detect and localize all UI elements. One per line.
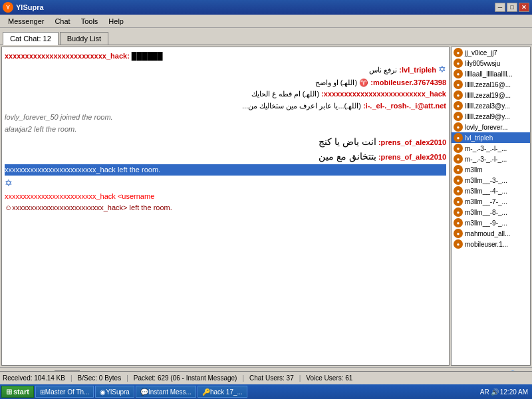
list-item: i-._el-._rosh-._i@att.net: (اللهـ)...يا … <box>5 100 446 112</box>
buddy-name: m3llm__-9-_... <box>465 219 507 227</box>
window-controls: ─ □ ✕ <box>495 3 529 12</box>
avatar: ● <box>454 112 463 121</box>
avatar: ● <box>454 101 463 110</box>
avatar: ● <box>454 186 463 196</box>
buddy-item[interactable]: ● m-_.-3-_.-l-_... <box>452 143 530 154</box>
avatar: ● <box>454 165 463 174</box>
buddy-item[interactable]: ● llllll.zezal9@y... <box>452 111 530 122</box>
avatar: ● <box>454 144 463 153</box>
list-item: xxxxxxxxxxxxxxxxxxxxxxxxx_hack <username <box>5 191 446 202</box>
list-item: lovly_forever_50 joined the room. <box>5 112 446 123</box>
menu-chat[interactable]: Chat <box>49 16 75 27</box>
taskbar-icon: ⊞ <box>40 388 45 396</box>
buddy-item[interactable]: ● lily805vwsju <box>452 58 530 68</box>
avatar: ● <box>454 133 463 142</box>
packet-display: Packet: 629 (06 - Instant Message) <box>134 374 237 382</box>
buddy-item[interactable]: ● m3llm <box>452 164 530 175</box>
avatar: ● <box>454 59 463 68</box>
buddy-item[interactable]: ● jj_v0ice_jj7 <box>452 47 530 58</box>
volume-icon: 🔊 <box>491 388 499 396</box>
taskbar-right: AR 🔊 12:20 AM <box>480 388 531 396</box>
menu-tools[interactable]: Tools <box>76 16 104 27</box>
avatar: ● <box>454 207 463 217</box>
avatar: ● <box>454 122 463 132</box>
buddy-name: mobileuser.1... <box>465 241 508 248</box>
avatar: ● <box>454 69 463 78</box>
menu-messenger[interactable]: Messenger <box>3 16 49 27</box>
taskbar-item-hack[interactable]: 🔑 hack 17_... <box>198 386 247 398</box>
buddy-name: llllll.zezal19@... <box>465 92 511 99</box>
list-item: xxxxxxxxxxxxxxxxxxxxxxxxx_hack left the … <box>5 164 446 176</box>
taskbar-label: Instant Mess... <box>148 388 192 396</box>
taskbar-label: Master Of Th... <box>45 388 90 396</box>
chat-users-display: Chat Users: 37 <box>249 374 294 382</box>
buddy-name: m3llm <box>465 166 483 174</box>
buddy-item[interactable]: ● mahmoud_all... <box>452 228 530 239</box>
buddy-item[interactable]: ● m3llm__-7-_... <box>452 196 530 207</box>
buddy-name: m-_.-3-_.-l-_... <box>465 145 507 152</box>
buddy-item[interactable]: ● llllll.zezal16@... <box>452 79 530 90</box>
sys-tray: AR 🔊 12:20 AM <box>480 388 528 396</box>
buddy-item[interactable]: ● mobileuser.1... <box>452 239 530 249</box>
avatar: ● <box>454 176 463 185</box>
avatar: ● <box>454 229 463 238</box>
buddy-name: llllll.zezal16@... <box>465 81 511 88</box>
avatar: ● <box>454 239 463 249</box>
chat-messages[interactable]: xxxxxxxxxxxxxxxxxxxxxxxxx_hack: ██████ ✡… <box>2 47 449 365</box>
clock: 12:20 AM <box>500 388 528 396</box>
taskbar-icon: 💬 <box>140 388 148 396</box>
list-item: xxxxxxxxxxxxxxxxxxxxxxxxx_hack: ██████ <box>5 51 446 62</box>
window-title: YlSupra <box>16 3 495 11</box>
avatar: ● <box>454 90 463 100</box>
start-icon: ⊞ <box>6 388 12 396</box>
received-display: Received: 104.14 KB <box>3 374 65 382</box>
buddy-item[interactable]: ● m3llm__-3-_... <box>452 175 530 186</box>
buddy-item[interactable]: ● m3llm__-4-_... <box>452 186 530 196</box>
list-item: mobileuser.37674398: ♈ (اللهـ) او واضح <box>5 77 446 88</box>
buddy-item[interactable]: ● m3llm__-9-_... <box>452 217 530 228</box>
buddy-item[interactable]: ● lllllaall_lllllaallll... <box>452 68 530 79</box>
avatar: ● <box>454 48 463 57</box>
buddy-name: llllll.zezal9@y... <box>465 113 510 120</box>
taskbar-item-master[interactable]: ⊞ Master Of Th... <box>35 386 94 398</box>
bsec-display: B/Sec: 0 Bytes <box>78 374 122 382</box>
minimize-button[interactable]: ─ <box>495 3 505 12</box>
close-button[interactable]: ✕ <box>519 3 529 12</box>
taskbar-item-instant[interactable]: 💬 Instant Mess... <box>136 386 196 398</box>
lang-indicator: AR <box>480 388 489 396</box>
taskbar-label: hack 17_... <box>210 388 243 396</box>
star-icon: ✡ <box>438 64 446 74</box>
list-item: xxxxxxxxxxxxxxxxxxxxxxxxx_hack: (اللهـ) … <box>5 88 446 100</box>
buddy-item[interactable]: ● llllll.zezal3@y... <box>452 100 530 111</box>
tabs: Cat Chat: 12 Buddy List <box>0 28 532 45</box>
list-item: prens_of_alex2010: انت ياض يا كنج <box>5 135 446 149</box>
buddy-name: m3llm__-4-_... <box>465 188 507 195</box>
buddy-list[interactable]: ● jj_v0ice_jj7 ● lily805vwsju ● lllllaal… <box>451 47 531 366</box>
buddy-name: m3llm__-7-_... <box>465 198 507 205</box>
start-button[interactable]: ⊞ start <box>1 386 34 398</box>
tab-cat-chat[interactable]: Cat Chat: 12 <box>3 32 59 45</box>
restore-button[interactable]: □ <box>507 3 517 12</box>
taskbar-icon: 🔑 <box>202 388 210 396</box>
app-icon: Y <box>3 2 13 13</box>
voice-users-display: Voice Users: 61 <box>306 374 352 382</box>
buddy-item-selected[interactable]: ● lvl_tripleh <box>452 132 530 143</box>
buddy-name: llllll.zezal3@y... <box>465 102 510 110</box>
star-icon: ✡ <box>5 178 13 188</box>
list-item: prens_of_alex2010: بتتخانق مع مين <box>5 150 446 164</box>
buddy-name: m3llm__-8-_... <box>465 209 507 216</box>
buddy-name: lllllaall_lllllaallll... <box>465 70 513 78</box>
tab-buddy-list[interactable]: Buddy List <box>60 32 108 45</box>
buddy-item[interactable]: ● lovly_forever... <box>452 122 530 132</box>
buddy-item[interactable]: ● m3llm__-8-_... <box>452 207 530 217</box>
buddy-item[interactable]: ● llllll.zezal19@... <box>452 90 530 100</box>
avatar: ● <box>454 218 463 227</box>
buddy-item[interactable]: ● m-_.-3-_.-l-_... <box>452 154 530 164</box>
taskbar: ⊞ start ⊞ Master Of Th... ◉ YlSupra 💬 In… <box>0 384 532 399</box>
avatar: ● <box>454 197 463 206</box>
start-label: start <box>13 388 29 396</box>
menu-help[interactable]: Help <box>103 16 129 27</box>
taskbar-item-ylsupra[interactable]: ◉ YlSupra <box>95 386 134 398</box>
buddy-name: m-_.-3-_.-l-_... <box>465 156 507 163</box>
buddy-name: mahmoud_all... <box>465 230 510 237</box>
